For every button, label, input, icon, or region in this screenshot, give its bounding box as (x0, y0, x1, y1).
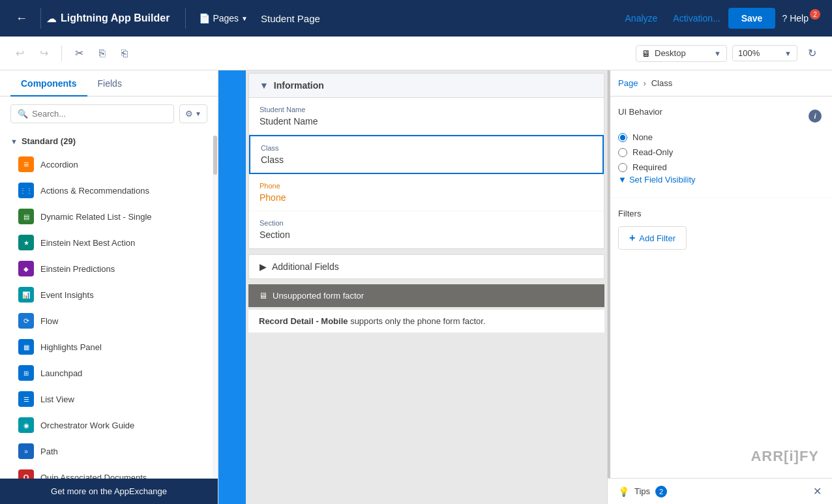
sidebar-scrollbar-track[interactable] (213, 136, 218, 478)
component-name: Highlights Panel (40, 342, 102, 352)
undo-button[interactable]: ↩ (10, 43, 29, 63)
desktop-icon: 🖥 (642, 48, 651, 59)
canvas-area: ▼ Information Student Name Student Name … (218, 70, 607, 504)
radio-readonly-input[interactable] (618, 148, 627, 157)
unsupported-note: Record Detail - Mobile supports only the… (248, 310, 604, 333)
gear-button[interactable]: ⚙ ▼ (179, 104, 207, 123)
form-fields: Student Name Student Name Class Class Ph… (249, 98, 604, 248)
monitor-icon: 🖥 (259, 291, 267, 301)
field-section[interactable]: Section Section (249, 211, 604, 248)
help-button[interactable]: ? Help 2 (775, 8, 822, 29)
field-phone[interactable]: Phone Phone (249, 174, 604, 211)
component-name: Einstein Predictions (40, 264, 115, 274)
pages-chevron-icon: ▼ (241, 15, 248, 22)
add-filter-button[interactable]: + Add Filter (618, 226, 687, 250)
tips-label: Tips (634, 486, 650, 496)
tips-bar: 💡 Tips 2 ✕ (608, 478, 832, 504)
activation-button[interactable]: Activation... (665, 8, 728, 29)
list-item[interactable]: » Path (0, 438, 218, 464)
zoom-chevron-icon: ▼ (784, 50, 792, 57)
analyze-button[interactable]: Analyze (617, 8, 666, 29)
redo-button[interactable]: ↪ (35, 43, 53, 63)
additional-fields-section: ▶ Additional Fields (248, 254, 604, 279)
information-section: ▼ Information Student Name Student Name … (248, 73, 604, 249)
radio-readonly[interactable]: Read-Only (618, 147, 822, 157)
accordion-icon: ≡ (18, 156, 34, 172)
ui-behavior-section: UI Behavior i None Read-Only Required ▼ (608, 96, 832, 198)
sidebar-search-area: 🔍 ⚙ ▼ (0, 96, 218, 131)
list-item[interactable]: ⊞ Launchpad (0, 360, 218, 386)
list-item[interactable]: ★ Einstein Next Best Action (0, 230, 218, 256)
arrify-logo: ARR[i]FY (750, 448, 819, 465)
info-icon[interactable]: i (809, 110, 822, 123)
actions-icon: ⋮⋮ (18, 183, 34, 198)
information-header[interactable]: ▼ Information (249, 74, 604, 98)
tab-components[interactable]: Components (10, 70, 87, 96)
information-title: Information (274, 80, 324, 91)
additional-fields-header[interactable]: ▶ Additional Fields (249, 255, 604, 278)
orchestrator-icon: ◉ (18, 417, 34, 433)
radio-none-input[interactable] (618, 133, 627, 142)
get-more-bar[interactable]: Get more on the AppExchange (0, 479, 218, 504)
cut-button[interactable]: ✂ (70, 43, 89, 63)
breadcrumb-class: Class (651, 78, 673, 88)
section-label: Standard (29) (22, 136, 76, 146)
sidebar-scrollbar-thumb[interactable] (213, 136, 217, 175)
field-student-name[interactable]: Student Name Student Name (249, 98, 604, 135)
list-item[interactable]: ▦ Highlights Panel (0, 334, 218, 360)
section-collapse-icon: ▼ (260, 80, 269, 91)
resize-handle[interactable] (608, 70, 610, 504)
list-item[interactable]: ⟳ Flow (0, 308, 218, 334)
pages-dropdown-button[interactable]: 📄 Pages ▼ (191, 8, 256, 29)
tab-fields[interactable]: Fields (87, 70, 132, 96)
section-value: Section (260, 230, 593, 240)
list-view-icon: ☰ (18, 391, 34, 407)
back-button[interactable]: ← (8, 7, 35, 31)
set-field-visibility-button[interactable]: ▼ Set Field Visibility (618, 172, 696, 187)
component-name: Orchestrator Work Guide (40, 421, 134, 430)
breadcrumb-separator: › (643, 78, 646, 88)
list-item[interactable]: ◉ Orchestrator Work Guide (0, 412, 218, 438)
toolbar-separator-1 (61, 46, 62, 61)
component-name: Event Insights (40, 290, 94, 300)
component-name: Accordion (40, 160, 78, 170)
refresh-button[interactable]: ↻ (803, 43, 822, 63)
field-class[interactable]: Class Class (249, 135, 604, 174)
radio-readonly-label: Read-Only (632, 147, 673, 157)
highlights-panel-icon: ▦ (18, 339, 34, 355)
unsupported-note-product: Record Detail - Mobile (259, 316, 348, 326)
add-filter-label: Add Filter (639, 233, 676, 243)
list-item[interactable]: ⋮⋮ Actions & Recommendations (0, 177, 218, 203)
radio-required[interactable]: Required (618, 162, 822, 172)
phone-label: Phone (260, 182, 593, 190)
help-badge: 2 (810, 9, 820, 20)
device-selector[interactable]: 🖥 Desktop ▼ (636, 45, 727, 62)
list-item[interactable]: ≡ Accordion (0, 151, 218, 177)
ui-behavior-title: UI Behavior (618, 107, 662, 117)
list-item[interactable]: ▤ Dynamic Related List - Single (0, 203, 218, 230)
app-title: Lightning App Builder (61, 12, 170, 24)
tips-close-button[interactable]: ✕ (813, 485, 822, 497)
section-header-standard[interactable]: ▼ Standard (29) (0, 131, 218, 151)
list-item[interactable]: 📊 Event Insights (0, 282, 218, 308)
main-layout: Components Fields 🔍 ⚙ ▼ ▼ Standard (29) … (0, 70, 832, 504)
breadcrumb-page[interactable]: Page (618, 78, 638, 88)
save-button[interactable]: Save (728, 8, 776, 29)
section-label-field: Section (260, 219, 593, 227)
nav-divider (40, 8, 41, 29)
gear-icon: ⚙ (185, 109, 193, 119)
list-item[interactable]: ☰ List View (0, 386, 218, 412)
component-name: List View (40, 394, 74, 404)
tips-badge: 2 (655, 486, 667, 497)
paste-button[interactable]: ⎗ (116, 44, 133, 63)
search-input-wrap[interactable]: 🔍 (10, 104, 174, 123)
sidebar-tabs: Components Fields (0, 70, 218, 96)
list-item[interactable]: ◆ Einstein Predictions (0, 256, 218, 282)
search-input[interactable] (32, 109, 167, 119)
zoom-selector[interactable]: 100% ▼ (732, 45, 797, 61)
radio-none[interactable]: None (618, 132, 822, 142)
unsupported-note-text: supports only the phone form factor. (348, 316, 486, 326)
radio-required-input[interactable] (618, 163, 627, 172)
list-item[interactable]: Q Quip Associated Documents (0, 464, 218, 479)
copy-button[interactable]: ⎘ (94, 44, 111, 63)
